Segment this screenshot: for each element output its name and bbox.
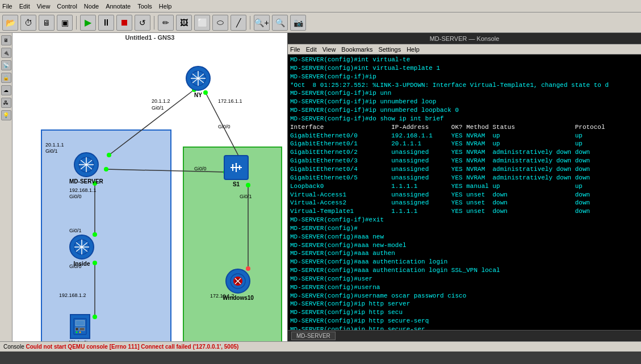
console-button[interactable]: ▣ [57, 15, 73, 31]
stop-button[interactable]: ⏹ [116, 15, 132, 31]
menu-annotate[interactable]: Annotate [106, 3, 131, 10]
image-button[interactable]: 🖼 [176, 15, 192, 31]
terminal-line: MD-SERVER(config)#int virtual-te [290, 56, 639, 64]
sidebar-icon-1[interactable]: 🖥 [1, 35, 11, 45]
toolbar-sep-2 [154, 16, 154, 30]
edit-button[interactable]: ✏ [158, 15, 174, 31]
terminal-line: *Oct 8 01:25:27.552: %LINK-3-UPDOWN: Int… [290, 81, 639, 90]
main-area: 🖥 🔌 📡 🔒 ☁ 🖧 💡 Untitled1 - GNS3 [0, 33, 641, 341]
play-button[interactable]: ▶ [80, 15, 96, 31]
s1-label: S1 [233, 181, 240, 187]
link-label-s1-gi01: Gi0/1 [240, 194, 252, 199]
konsole-menu-bookmarks[interactable]: Bookmarks [341, 46, 372, 53]
bottom-statusbar: Console Could not start QEMU console [Er… [0, 341, 641, 352]
sidebar-icon-7[interactable]: 💡 [1, 110, 11, 120]
sidebar-icon-2[interactable]: 🔌 [1, 48, 11, 58]
node-NY[interactable]: NY [186, 66, 211, 98]
network-canvas-panel[interactable]: 🖥 🔌 📡 🔒 ☁ 🖧 💡 Untitled1 - GNS3 [0, 33, 288, 341]
terminal-line: GigabitEthernet0/0 192.168.1.1 YES NVRAM… [290, 132, 639, 140]
terminal-line: MD-SERVER(config)#aaa authen [290, 249, 639, 258]
terminal-line: GigabitEthernet0/2 unassigned YES NVRAM … [290, 148, 639, 157]
ny-router-icon [186, 66, 211, 91]
s1-switch-icon [224, 155, 249, 180]
terminal-line: MD-SERVER(config)#ip http server [290, 300, 639, 308]
canvas-title: Untitled1 - GNS3 [125, 34, 175, 41]
link-label-ny-s1-ip: 172.16.1.1 [218, 98, 242, 104]
menu-help[interactable]: Help [159, 3, 172, 10]
website-server-icon [70, 314, 90, 339]
konsole-menu-help[interactable]: Help [407, 46, 420, 53]
terminal-line: MD-SERVER(config-if)#do show ip int brie… [290, 115, 639, 123]
link-label-inside-gi00: Gi0/0 [69, 263, 82, 269]
link-label-s1-gi00: Gi0/0 [194, 166, 207, 171]
link-label-md-gi01: Gi0/1 [45, 148, 58, 154]
open-button[interactable]: 📂 [2, 15, 18, 31]
device-button[interactable]: 🖥 [39, 15, 55, 31]
md-server-router-icon [74, 152, 99, 177]
svg-point-49 [79, 332, 81, 333]
toolbar-sep-1 [76, 16, 77, 30]
menu-file[interactable]: File [2, 3, 12, 10]
terminal-line: GigabitEthernet0/1 20.1.1.1 YES NVRAM up… [290, 140, 639, 148]
terminal-content[interactable]: MD-SERVER(config)#int virtual-teMD-SERVE… [288, 55, 641, 330]
terminal-line: MD-SERVER(config-if)#exit [290, 216, 639, 224]
terminal-line: MD-SERVER(config)#ip http secu [290, 308, 639, 317]
sidebar-icon-6[interactable]: 🖧 [1, 98, 11, 108]
node-website[interactable]: Website eth0 [69, 314, 91, 341]
console-label: Console [3, 344, 24, 350]
sidebar-icon-3[interactable]: 📡 [1, 60, 11, 70]
svg-rect-46 [76, 328, 78, 330]
terminal-line: Virtual-Access2 unassigned YES unset dow… [290, 199, 639, 207]
windows10-icon [225, 269, 250, 294]
rect-button[interactable]: ⬜ [194, 15, 210, 31]
pause-button[interactable]: ⏸ [98, 15, 114, 31]
ny-label: NY [194, 92, 202, 98]
node-S1[interactable]: S1 [224, 155, 249, 187]
error-message: Could not start QEMU console [Errno 111]… [26, 344, 238, 350]
konsole-title-text: MD-SERVER — Konsole [430, 35, 500, 42]
ellipse-button[interactable]: ⬭ [212, 15, 228, 31]
konsole-menubar: File Edit View Bookmarks Settings Help [288, 44, 641, 55]
canvas-area[interactable]: Untitled1 - GNS3 [12, 33, 287, 341]
menu-edit[interactable]: Edit [19, 3, 30, 10]
toolbar-sep-3 [250, 16, 250, 30]
konsole-menu-view[interactable]: View [322, 46, 336, 53]
link-label-md-201: 20.1.1.1 [45, 142, 64, 148]
node-inside[interactable]: Inside [69, 235, 94, 267]
zoom-out-button[interactable]: 🔍 [272, 15, 288, 31]
terminal-line: MD-SERVER(config-if)#ip unn [290, 89, 639, 98]
node-MD-SERVER[interactable]: MD-SERVER [69, 152, 103, 185]
menu-view[interactable]: View [37, 3, 51, 10]
terminal-line: MD-SERVER(config-if)#ip unnumbered loopb… [290, 106, 639, 115]
terminal-line: MD-SERVER(config)#int virtual-template 1 [290, 64, 639, 73]
terminal-line: MD-SERVER(config)#aaa authentication log… [290, 258, 639, 266]
inside-router-icon [69, 235, 94, 260]
konsole-menu-file[interactable]: File [290, 46, 300, 53]
link-label-md-ip: 192.168.1.1 [69, 187, 97, 193]
terminal-line: MD-SERVER(config)#aaa authentication log… [290, 266, 639, 275]
terminal-panel: MD-SERVER — Konsole File Edit View Bookm… [288, 33, 641, 341]
konsole-menu-edit[interactable]: Edit [306, 46, 317, 53]
terminal-line: MD-SERVER(config)#userna [290, 283, 639, 292]
konsole-tab-md-server[interactable]: MD-SERVER [291, 332, 336, 340]
menu-node[interactable]: Node [84, 3, 99, 10]
md-server-label: MD-SERVER [69, 178, 103, 185]
konsole-menu-settings[interactable]: Settings [378, 46, 401, 53]
menu-tools[interactable]: Tools [137, 3, 152, 10]
konsole-bottombar: MD-SERVER [288, 330, 641, 341]
sidebar-icon-5[interactable]: ☁ [1, 85, 11, 95]
link-label-ny-md-gi: Gi0/1 [152, 105, 164, 111]
terminal-line: Virtual-Access1 unassigned YES unset dow… [290, 191, 639, 199]
screenshot-button[interactable]: 📷 [290, 15, 306, 31]
terminal-line: MD-SERVER(config)#aaa new-model [290, 241, 639, 250]
reload-button[interactable]: ↺ [135, 15, 150, 31]
zoom-in-button[interactable]: 🔍+ [254, 15, 270, 31]
timer-button[interactable]: ⏱ [20, 15, 36, 31]
sidebar-icon-4[interactable]: 🔒 [1, 73, 11, 83]
terminal-line: MD-SERVER(config)#aaa new [290, 233, 639, 241]
svg-rect-45 [76, 320, 85, 326]
link-label-md-gi00: Gi0/0 [69, 194, 82, 199]
svg-point-48 [76, 332, 78, 333]
line-button[interactable]: ╱ [231, 15, 246, 31]
menu-control[interactable]: Control [57, 3, 77, 10]
